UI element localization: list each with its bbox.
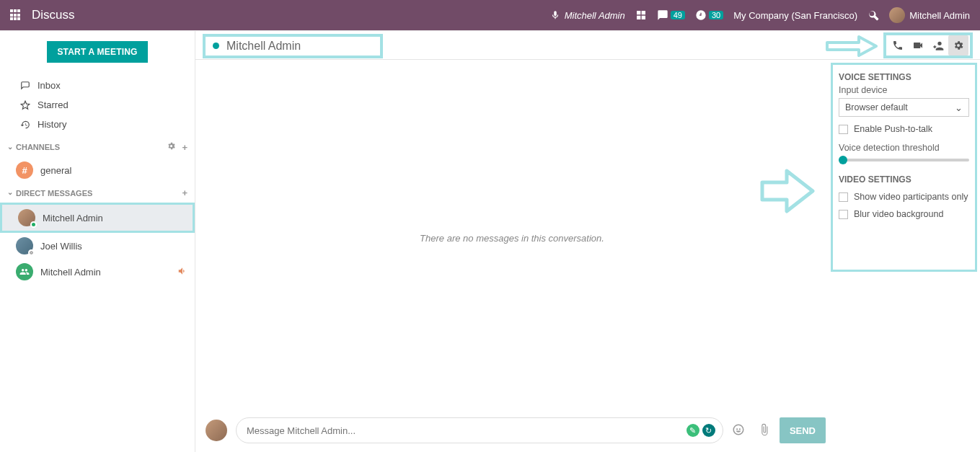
show-participants-checkbox[interactable]: Show video participants only	[839, 192, 969, 202]
content: Mitchell Admin There are no messages in …	[195, 31, 980, 452]
page-title: Discuss	[32, 8, 75, 22]
blur-background-checkbox[interactable]: Blur video background	[839, 209, 969, 219]
start-meeting-button[interactable]: START A MEETING	[47, 41, 147, 63]
sidebar: START A MEETING Inbox Starred History ⌄ …	[0, 31, 195, 452]
chat-icon	[657, 9, 668, 21]
composer-chip-1[interactable]: ✎	[687, 424, 699, 437]
add-member-button[interactable]	[928, 35, 948, 56]
add-dm-icon[interactable]: +	[182, 187, 187, 198]
apps-icon[interactable]	[10, 9, 22, 21]
settings-button[interactable]	[948, 35, 968, 56]
dm-item-mitchell-active[interactable]: Mitchell Admin	[2, 205, 193, 231]
thread-title-box: Mitchell Admin	[203, 34, 383, 58]
thread-title: Mitchell Admin	[226, 40, 301, 53]
group-icon	[16, 263, 33, 280]
speaker-icon[interactable]	[177, 266, 187, 278]
threshold-label: Voice detection threshold	[839, 143, 969, 153]
company-switcher[interactable]: My Company (San Francisco)	[733, 10, 857, 21]
avatar	[889, 7, 905, 23]
grid-icon[interactable]	[635, 9, 647, 21]
composer-chip-2[interactable]: ↻	[702, 424, 715, 437]
push-to-talk-checkbox[interactable]: Enable Push-to-talk	[839, 124, 969, 134]
nav-inbox[interactable]: Inbox	[0, 76, 195, 95]
send-button[interactable]: SEND	[780, 417, 826, 443]
channels-header[interactable]: ⌄ CHANNELS +	[0, 137, 195, 157]
voice-settings-header: VOICE SETTINGS	[839, 72, 969, 82]
thread-body: There are no messages in this conversati…	[195, 60, 980, 409]
gear-icon[interactable]	[167, 141, 176, 153]
composer-avatar	[206, 420, 227, 441]
chevron-down-icon: ⌄	[955, 102, 963, 113]
video-call-button[interactable]	[908, 35, 928, 56]
composer: ✎ ↻ SEND	[195, 409, 980, 452]
arrow-annotation	[826, 35, 879, 59]
call-button[interactable]	[888, 35, 908, 56]
clock-badge: 30	[709, 11, 723, 19]
presence-dot	[213, 43, 219, 49]
nav-history[interactable]: History	[0, 115, 195, 134]
user-menu[interactable]: Mitchell Admin	[889, 7, 970, 23]
clock-indicator[interactable]: 30	[695, 9, 723, 21]
arrow-annotation-large	[759, 168, 817, 216]
chevron-down-icon: ⌄	[7, 188, 13, 196]
attach-button[interactable]	[758, 423, 771, 438]
call-settings-panel: VOICE SETTINGS Input device Browser defa…	[831, 63, 977, 272]
nav-starred[interactable]: Starred	[0, 95, 195, 115]
inbox-icon	[20, 81, 30, 91]
mic-icon	[550, 10, 560, 20]
main: START A MEETING Inbox Starred History ⌄ …	[0, 30, 980, 452]
nav-list: Inbox Starred History	[0, 73, 195, 137]
hash-icon: #	[16, 161, 33, 179]
input-device-select[interactable]: Browser default ⌄	[839, 98, 969, 117]
tools-icon[interactable]	[868, 9, 879, 21]
clock-icon	[695, 9, 707, 21]
mic-user[interactable]: Mitchell Admin	[550, 10, 625, 21]
chevron-down-icon: ⌄	[7, 143, 13, 151]
input-device-label: Input device	[839, 85, 969, 95]
dm-item-mitchell-group[interactable]: Mitchell Admin	[0, 259, 195, 285]
chat-badge: 49	[671, 11, 685, 19]
avatar	[16, 237, 33, 254]
thread-actions	[883, 32, 973, 58]
topbar: Discuss Mitchell Admin 49 30 My Company …	[0, 0, 980, 30]
thread-header: Mitchell Admin	[195, 31, 980, 60]
message-input[interactable]	[247, 418, 679, 443]
empty-conversation: There are no messages in this conversati…	[195, 233, 829, 244]
emoji-button[interactable]	[732, 423, 745, 438]
channel-general[interactable]: # general	[0, 157, 195, 183]
add-channel-icon[interactable]: +	[182, 142, 187, 153]
threshold-slider[interactable]	[839, 159, 969, 161]
chat-indicator[interactable]: 49	[657, 9, 685, 21]
star-icon	[20, 100, 30, 110]
dm-item-joel[interactable]: Joel Willis	[0, 233, 195, 259]
message-input-wrap: ✎ ↻	[236, 417, 723, 443]
avatar	[18, 209, 35, 226]
dm-header[interactable]: ⌄ DIRECT MESSAGES +	[0, 183, 195, 203]
history-icon	[20, 120, 30, 130]
video-settings-header: VIDEO SETTINGS	[839, 174, 969, 185]
